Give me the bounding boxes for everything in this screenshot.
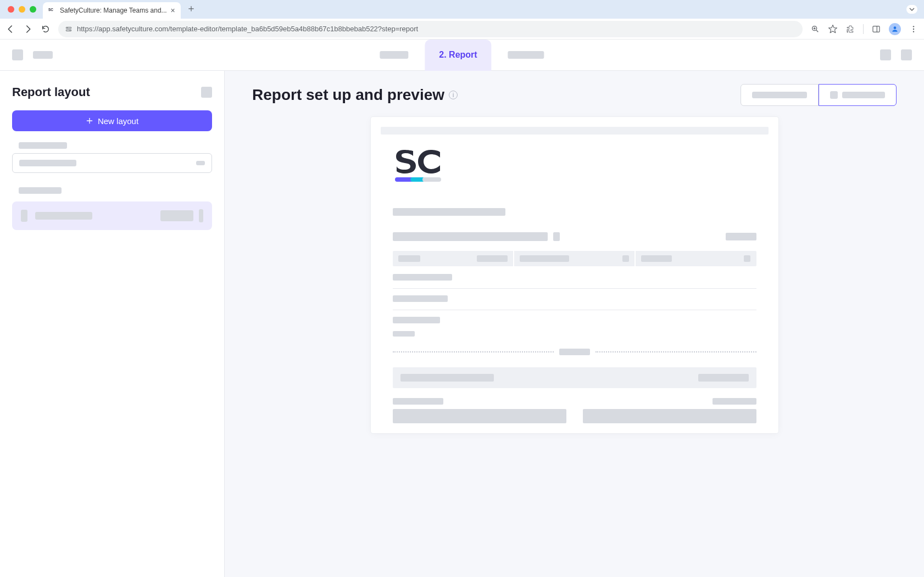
browser-tab-strip: SC SafetyCulture: Manage Teams and... × … [0,0,924,19]
svg-rect-19 [422,177,441,182]
header-tab-report[interactable]: 2. Report [425,40,491,71]
browser-tab[interactable]: SC SafetyCulture: Manage Teams and... × [43,2,181,19]
new-layout-button[interactable]: New layout [12,110,212,131]
bookmark-icon[interactable] [828,24,838,34]
svg-point-12 [913,26,914,27]
placeholder [160,210,193,221]
placeholder [393,409,566,423]
input-placeholder[interactable] [12,153,212,173]
browser-toolbar: https://app.safetyculture.com/template-e… [0,19,924,40]
placeholder [901,49,912,60]
main-area: Report layout New layout [0,71,924,577]
header-tab[interactable] [494,40,559,71]
extensions-icon[interactable] [845,24,855,34]
placeholder [199,209,203,222]
svg-rect-2 [66,30,71,31]
app-header: 2. Report [0,40,924,71]
zoom-icon[interactable] [810,24,820,34]
close-window-button[interactable] [8,6,14,13]
toggle-option-a[interactable] [741,84,819,106]
forward-button[interactable] [23,24,33,34]
content-area: Report set up and preview i [225,71,924,577]
svg-rect-1 [66,27,71,28]
tab-title: SafetyCulture: Manage Teams and... [60,7,167,14]
placeholder [583,409,756,423]
placeholder [21,210,27,222]
side-panel-icon[interactable] [871,24,881,34]
new-layout-label: New layout [98,116,138,126]
preview-summary-row [393,251,756,266]
sidebar-title: Report layout [12,85,90,99]
tab-favicon: SC [48,7,56,14]
svg-line-6 [816,30,818,32]
preview-section-header [393,367,756,388]
placeholder [12,49,23,60]
svg-point-3 [67,27,68,28]
placeholder [201,87,212,98]
placeholder [713,398,756,405]
svg-rect-9 [873,26,880,32]
toolbar-divider [863,24,864,34]
window-controls [8,6,36,13]
layout-card[interactable] [12,201,212,230]
preview-top-bar [381,127,769,135]
url-text: https://app.safetyculture.com/template-e… [77,25,418,33]
placeholder [19,142,67,149]
reload-button[interactable] [41,24,51,34]
close-tab-icon[interactable]: × [171,7,175,14]
placeholder [393,398,443,405]
svg-point-14 [913,31,914,32]
placeholder [880,49,891,60]
placeholder [393,232,548,241]
placeholder [393,295,448,302]
view-toggle-group [741,84,897,106]
minimize-window-button[interactable] [19,6,25,13]
toggle-option-b[interactable] [819,84,897,106]
back-button[interactable] [5,24,15,34]
sidebar: Report layout New layout [0,71,225,577]
report-logo [394,147,769,186]
placeholder [19,187,62,194]
placeholder [393,208,505,216]
site-info-icon[interactable] [65,25,73,33]
placeholder [726,233,756,240]
header-tabs: 2. Report [365,40,558,71]
tab-label: 2. Report [439,50,477,60]
svg-point-4 [70,30,70,30]
tabs-dropdown-button[interactable] [906,5,917,14]
placeholder [19,160,76,166]
address-bar[interactable]: https://app.safetyculture.com/template-e… [58,21,803,37]
placeholder [33,51,53,59]
chrome-menu-icon[interactable] [909,24,919,34]
svg-point-13 [913,28,914,29]
placeholder [393,331,415,337]
placeholder [196,161,205,165]
page-break-indicator [393,349,756,355]
plus-icon [86,117,93,125]
placeholder [35,212,92,220]
info-icon[interactable]: i [449,91,458,99]
new-tab-button[interactable]: ＋ [186,2,196,15]
svg-point-11 [894,26,897,29]
placeholder [553,232,560,241]
svg-text:SC: SC [48,8,53,12]
placeholder [393,274,452,281]
profile-avatar[interactable] [889,23,901,35]
maximize-window-button[interactable] [30,6,36,13]
placeholder [393,317,440,323]
header-tab[interactable] [365,40,422,71]
report-preview [371,117,778,433]
content-title: Report set up and preview [252,86,444,104]
